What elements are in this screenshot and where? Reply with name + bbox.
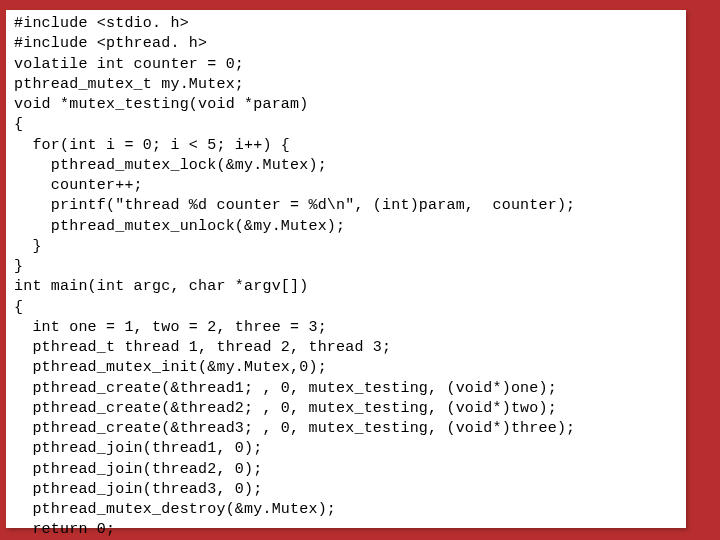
code-line: pthread_mutex_destroy(&my.Mutex); (14, 501, 336, 518)
code-line: pthread_mutex_init(&my.Mutex,0); (14, 359, 327, 376)
code-line: pthread_mutex_t my.Mutex; (14, 76, 244, 93)
code-line: return 0; (14, 521, 115, 538)
code-line: { (14, 116, 23, 133)
code-line: printf("thread %d counter = %d\n", (int)… (14, 197, 575, 214)
code-box: #include <stdio. h> #include <pthread. h… (6, 10, 686, 528)
code-line: pthread_join(thread1, 0); (14, 440, 262, 457)
code-line: pthread_join(thread3, 0); (14, 481, 262, 498)
code-line: pthread_mutex_unlock(&my.Mutex); (14, 218, 345, 235)
code-line: for(int i = 0; i < 5; i++) { (14, 137, 290, 154)
code-line: { (14, 299, 23, 316)
code-line: void *mutex_testing(void *param) (14, 96, 308, 113)
slide: #include <stdio. h> #include <pthread. h… (0, 0, 720, 540)
code-listing: #include <stdio. h> #include <pthread. h… (14, 14, 678, 540)
code-line: #include <stdio. h> (14, 15, 189, 32)
code-line: } (14, 258, 23, 275)
code-line: } (14, 238, 42, 255)
code-line: pthread_create(&thread2; , 0, mutex_test… (14, 400, 557, 417)
code-line: counter++; (14, 177, 143, 194)
code-line: #include <pthread. h> (14, 35, 207, 52)
code-line: pthread_t thread 1, thread 2, thread 3; (14, 339, 391, 356)
code-line: pthread_join(thread2, 0); (14, 461, 262, 478)
code-line: pthread_mutex_lock(&my.Mutex); (14, 157, 327, 174)
code-line: pthread_create(&thread1; , 0, mutex_test… (14, 380, 557, 397)
code-line: volatile int counter = 0; (14, 56, 244, 73)
code-line: int one = 1, two = 2, three = 3; (14, 319, 327, 336)
code-line: int main(int argc, char *argv[]) (14, 278, 308, 295)
code-line: pthread_create(&thread3; , 0, mutex_test… (14, 420, 575, 437)
